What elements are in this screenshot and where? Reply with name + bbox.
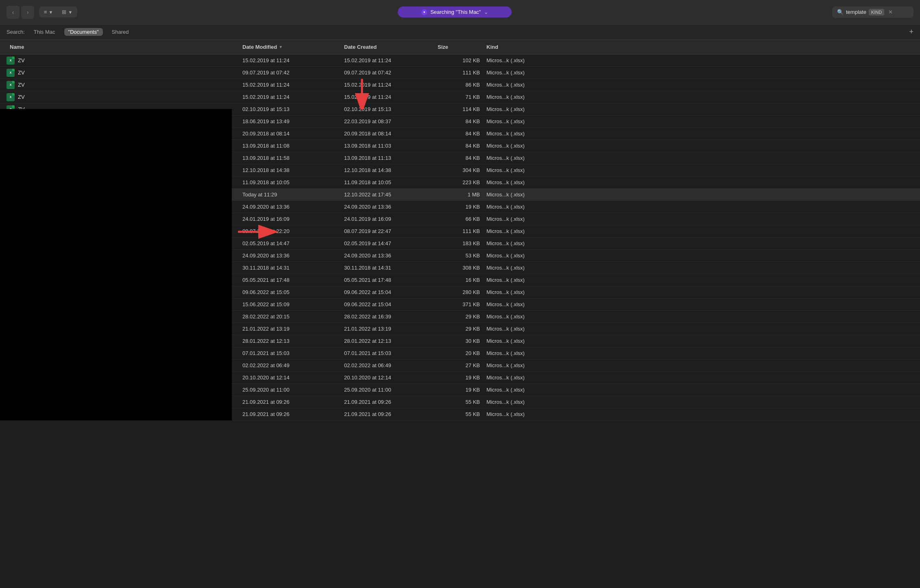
scope-this-mac[interactable]: This Mac	[31, 28, 58, 36]
date-created-column-header[interactable]: Date Created	[344, 44, 438, 50]
kind-cell: Micros...k (.xlsx)	[486, 326, 913, 332]
kind-cell: Micros...k (.xlsx)	[486, 338, 913, 344]
location-bar: ● Searching "This Mac" ⌄	[82, 7, 827, 17]
name-overlay	[0, 109, 232, 420]
kind-cell: Micros...k (.xlsx)	[486, 253, 913, 259]
file-name-cell: X ZV	[7, 57, 242, 65]
file-name-cell: X ZV	[7, 81, 242, 89]
size-cell: 84 KB	[438, 118, 486, 124]
date-created-cell: 02.05.2019 at 14:47	[344, 240, 438, 246]
scope-documents[interactable]: "Documents"	[64, 28, 103, 36]
kind-cell: Micros...k (.xlsx)	[486, 106, 913, 112]
date-created-cell: 24.09.2020 at 13:36	[344, 253, 438, 259]
date-modified-cell: 02.02.2022 at 06:49	[242, 362, 344, 368]
kind-column-header[interactable]: Kind	[486, 44, 913, 50]
kind-cell: Micros...k (.xlsx)	[486, 301, 913, 307]
xlsx-icon: X	[7, 81, 15, 89]
kind-cell: Micros...k (.xlsx)	[486, 179, 913, 185]
location-pill[interactable]: ● Searching "This Mac" ⌄	[398, 7, 512, 17]
date-modified-cell: 02.10.2019 at 15:13	[242, 106, 344, 112]
date-created-label: Date Created	[344, 44, 377, 50]
date-modified-cell: 02.05.2019 at 14:47	[242, 240, 344, 246]
date-created-cell: 30.11.2018 at 14:31	[344, 265, 438, 271]
date-modified-cell: 15.02.2019 at 11:24	[242, 94, 344, 100]
date-created-cell: 11.09.2018 at 10:05	[344, 179, 438, 185]
location-text: Searching "This Mac"	[430, 9, 481, 15]
size-cell: 102 KB	[438, 57, 486, 63]
kind-cell: Micros...k (.xlsx)	[486, 143, 913, 149]
date-modified-cell: Today at 11:29	[242, 192, 344, 198]
size-cell: 114 KB	[438, 106, 486, 112]
date-modified-cell: 25.09.2020 at 11:00	[242, 387, 344, 393]
size-cell: 280 KB	[438, 289, 486, 295]
date-created-cell: 02.02.2022 at 06:49	[344, 362, 438, 368]
date-modified-cell: 21.01.2022 at 13:19	[242, 326, 344, 332]
date-created-cell: 21.09.2021 at 09:26	[344, 399, 438, 405]
kind-cell: Micros...k (.xlsx)	[486, 82, 913, 88]
date-modified-cell: 21.09.2021 at 09:26	[242, 399, 344, 405]
date-created-cell: 12.10.2018 at 14:38	[344, 167, 438, 173]
size-column-header[interactable]: Size	[438, 44, 486, 50]
kind-cell: Micros...k (.xlsx)	[486, 131, 913, 137]
date-modified-cell: 05.05.2021 at 17:48	[242, 277, 344, 283]
sort-indicator-icon: ▼	[279, 45, 283, 49]
kind-cell: Micros...k (.xlsx)	[486, 289, 913, 295]
date-modified-label: Date Modified	[242, 44, 277, 50]
size-cell: 1 MB	[438, 192, 486, 198]
date-modified-cell: 24.09.2020 at 13:36	[242, 204, 344, 210]
kind-cell: Micros...k (.xlsx)	[486, 362, 913, 368]
kind-cell: Micros...k (.xlsx)	[486, 228, 913, 234]
size-cell: 183 KB	[438, 240, 486, 246]
file-name-text: ZV	[18, 70, 25, 76]
table-row[interactable]: X ZV 15.02.2019 at 11:24 15.02.2019 at 1…	[0, 79, 920, 91]
kind-cell: Micros...k (.xlsx)	[486, 277, 913, 283]
grid-view-label: ▼	[68, 10, 72, 15]
size-cell: 84 KB	[438, 143, 486, 149]
date-modified-cell: 20.10.2020 at 12:14	[242, 375, 344, 381]
list-view-button[interactable]: ≡ ▼	[40, 7, 57, 17]
kind-cell: Micros...k (.xlsx)	[486, 375, 913, 381]
date-created-cell: 07.01.2021 at 15:03	[344, 350, 438, 356]
kind-cell: Micros...k (.xlsx)	[486, 70, 913, 76]
scope-shared[interactable]: Shared	[109, 28, 131, 36]
date-modified-cell: 09.07.2019 at 22:20	[242, 228, 344, 234]
search-close-button[interactable]: ✕	[888, 9, 893, 15]
size-cell: 16 KB	[438, 277, 486, 283]
size-cell: 66 KB	[438, 216, 486, 222]
search-query: template	[846, 9, 866, 15]
kind-cell: Micros...k (.xlsx)	[486, 265, 913, 271]
back-button[interactable]: ‹	[7, 6, 20, 19]
date-modified-cell: 24.09.2020 at 13:36	[242, 253, 344, 259]
size-cell: 27 KB	[438, 362, 486, 368]
forward-button[interactable]: ›	[21, 6, 34, 19]
date-modified-cell: 30.11.2018 at 14:31	[242, 265, 344, 271]
table-row[interactable]: X ZV 09.07.2019 at 07:42 09.07.2019 at 0…	[0, 67, 920, 79]
view-toggle-group: ≡ ▼ ⊞ ▼	[39, 7, 77, 17]
date-created-cell: 09.06.2022 at 15:04	[344, 289, 438, 295]
table-row[interactable]: X ZV 15.02.2019 at 11:24 15.02.2019 at 1…	[0, 54, 920, 67]
size-cell: 55 KB	[438, 411, 486, 417]
grid-view-button[interactable]: ⊞ ▼	[58, 7, 76, 17]
date-modified-cell: 24.01.2019 at 16:09	[242, 216, 344, 222]
add-scope-button[interactable]: +	[909, 28, 913, 36]
size-cell: 19 KB	[438, 387, 486, 393]
size-label: Size	[438, 44, 448, 50]
file-name-text: ZV	[18, 82, 25, 88]
search-area: 🔍 template KIND ✕	[832, 7, 913, 18]
kind-cell: Micros...k (.xlsx)	[486, 314, 913, 320]
date-modified-cell: 28.01.2022 at 12:13	[242, 338, 344, 344]
kind-cell: Micros...k (.xlsx)	[486, 94, 913, 100]
kind-cell: Micros...k (.xlsx)	[486, 57, 913, 63]
name-column-header[interactable]: Name	[7, 44, 242, 50]
kind-cell: Micros...k (.xlsx)	[486, 204, 913, 210]
date-modified-column-header[interactable]: Date Modified ▼	[242, 44, 344, 50]
scope-bar: Search: This Mac "Documents" Shared +	[0, 24, 920, 40]
search-label: Search:	[7, 29, 25, 35]
date-created-cell: 28.02.2022 at 16:39	[344, 314, 438, 320]
date-created-cell: 22.03.2019 at 08:37	[344, 118, 438, 124]
table-row[interactable]: X ZV 15.02.2019 at 11:24 15.02.2019 at 1…	[0, 91, 920, 103]
kind-cell: Micros...k (.xlsx)	[486, 240, 913, 246]
search-kind-tag[interactable]: KIND	[869, 9, 884, 15]
date-modified-cell: 15.02.2019 at 11:24	[242, 57, 344, 63]
nav-group: ‹ ›	[7, 6, 34, 19]
